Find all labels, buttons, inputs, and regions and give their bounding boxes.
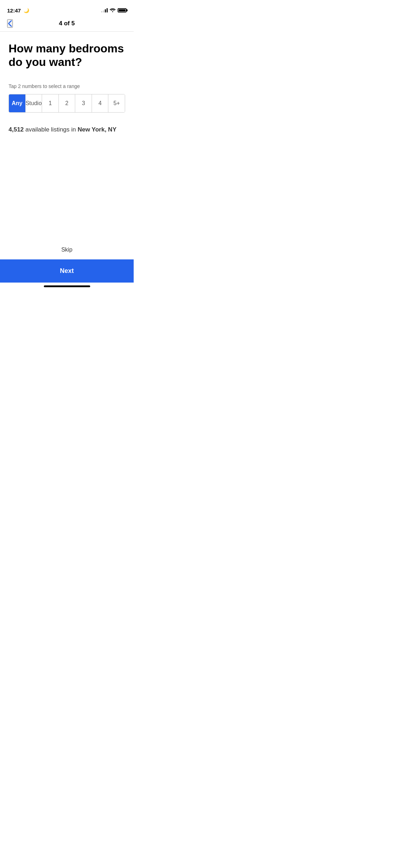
wifi-icon — [110, 8, 115, 13]
listings-text: available listings in — [24, 126, 78, 133]
signal-bars-icon — [101, 8, 108, 12]
signal-bar-4 — [107, 8, 108, 12]
page-question: How many bedrooms do you want? — [9, 42, 125, 69]
status-icons — [101, 8, 127, 13]
main-content: How many bedrooms do you want? Tap 2 num… — [0, 32, 134, 134]
signal-bar-3 — [105, 9, 106, 12]
bedroom-option-any[interactable]: Any — [9, 94, 26, 112]
signal-bar-1 — [101, 11, 102, 12]
bedroom-option-5plus[interactable]: 5+ — [108, 94, 125, 112]
status-bar: 12:47 🌙 — [0, 0, 134, 16]
instruction-text: Tap 2 numbers to select a range — [9, 83, 125, 89]
battery-icon — [118, 8, 127, 12]
listings-count: 4,512 — [9, 126, 24, 133]
bedroom-option-2[interactable]: 2 — [59, 94, 76, 112]
bedroom-selector: Any Studio 1 2 3 4 5+ — [9, 94, 125, 113]
bedroom-option-4[interactable]: 4 — [92, 94, 109, 112]
skip-button[interactable]: Skip — [0, 240, 134, 259]
home-indicator — [0, 283, 134, 289]
next-button[interactable]: Next — [0, 259, 134, 283]
back-button[interactable] — [7, 19, 13, 28]
home-bar — [44, 285, 90, 287]
listings-location: New York, NY — [78, 126, 117, 133]
signal-bar-2 — [103, 10, 104, 12]
bedroom-option-3[interactable]: 3 — [75, 94, 92, 112]
bottom-section: Skip Next — [0, 240, 134, 289]
status-time: 12:47 — [7, 7, 21, 14]
listings-info: 4,512 available listings in New York, NY — [9, 125, 125, 134]
nav-title: 4 of 5 — [59, 20, 74, 27]
bedroom-option-studio[interactable]: Studio — [26, 94, 42, 112]
moon-icon: 🌙 — [24, 8, 29, 13]
battery-fill — [119, 9, 125, 11]
bedroom-option-1[interactable]: 1 — [42, 94, 59, 112]
nav-bar: 4 of 5 — [0, 16, 134, 32]
